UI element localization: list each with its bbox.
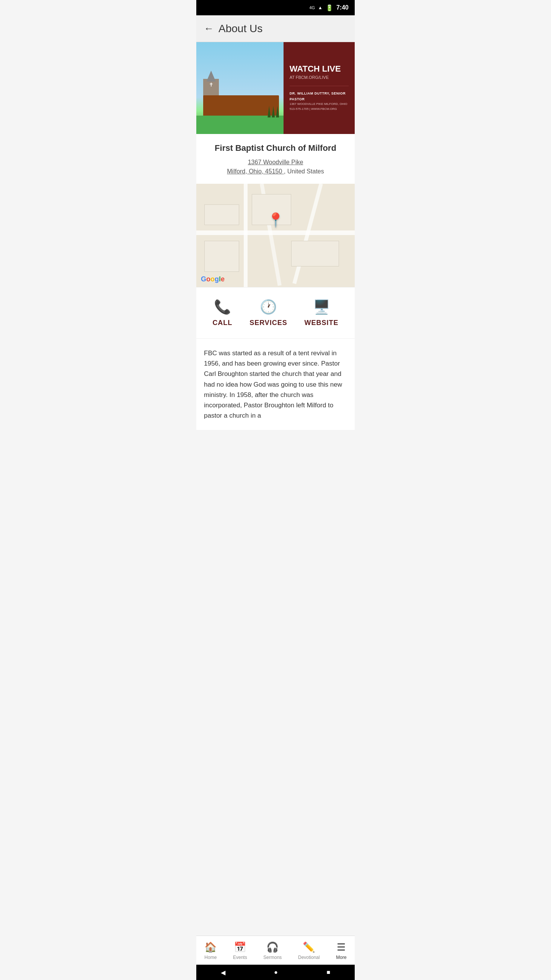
signal-icon: ▲: [318, 5, 323, 10]
address-line2: Milford, Ohio, 45150: [227, 168, 282, 175]
services-label: SERVICES: [249, 319, 287, 327]
church-address: 1367 Woodville Pike Milford, Ohio, 45150…: [204, 158, 347, 176]
map-block-4: [291, 241, 339, 267]
grass: [196, 116, 284, 134]
hero-banner: ✝ WATCH LIVE AT FBCM.ORG/LIVE DR. WILLIA…: [196, 42, 355, 134]
call-button[interactable]: 📞 CALL: [212, 299, 232, 327]
watch-live-title: WATCH LIVE: [290, 64, 349, 74]
church-name: First Baptist Church of Milford: [204, 143, 347, 153]
website-button[interactable]: 🖥️ WEBSITE: [305, 299, 339, 327]
website-label: WEBSITE: [305, 319, 339, 327]
google-g: G: [201, 275, 206, 283]
pastor-name: DR. WILLIAM DUTTRY, SENIOR PASTOR: [290, 91, 349, 102]
tree: [267, 106, 271, 118]
map-block-1: [204, 204, 239, 225]
pastor-address-line1: 1367 WOODVILLE PIKE MILFORD, OHIO: [290, 102, 349, 107]
back-button[interactable]: ← About Us: [204, 23, 262, 35]
cross-icon: ✝: [209, 82, 214, 88]
description-section: FBC was started as a result of a tent re…: [196, 338, 355, 430]
map-road-h: [196, 230, 355, 235]
status-bar: 4G ▲ 🔋 7:40: [196, 0, 355, 15]
clock-icon: 🕐: [260, 299, 277, 315]
address-line1: 1367 Woodville Pike: [248, 159, 303, 165]
description-text: FBC was started as a result of a tent re…: [204, 348, 347, 421]
header: ← About Us: [196, 15, 355, 42]
church-info: First Baptist Church of Milford 1367 Woo…: [196, 134, 355, 184]
divider: [290, 86, 349, 86]
network-label: 4G: [309, 5, 315, 10]
hero-info-panel: WATCH LIVE AT FBCM.ORG/LIVE DR. WILLIAM …: [284, 42, 355, 134]
battery-icon: 🔋: [326, 4, 333, 11]
page-spacer: [196, 430, 355, 483]
tree: [272, 106, 275, 118]
map-pin-icon: 📍: [267, 213, 284, 227]
phone-icon: 📞: [214, 299, 231, 315]
services-button[interactable]: 🕐 SERVICES: [249, 299, 287, 327]
google-logo: Google: [201, 275, 225, 283]
call-label: CALL: [212, 319, 232, 327]
church-photo: ✝: [196, 42, 284, 134]
back-arrow-icon: ←: [204, 23, 214, 34]
watch-live-url: AT FBCM.ORG/LIVE: [290, 75, 349, 80]
tree: [276, 106, 279, 118]
pastor-address-line2: 513-575-1705 | WWW.FBCM.ORG: [290, 107, 349, 112]
trees: [267, 106, 279, 118]
action-buttons: 📞 CALL 🕐 SERVICES 🖥️ WEBSITE: [196, 287, 355, 338]
time-display: 7:40: [336, 4, 349, 11]
map-container[interactable]: 📍 Google: [196, 184, 355, 287]
map-block-2: [204, 241, 239, 272]
map-road-v: [244, 184, 248, 287]
monitor-icon: 🖥️: [313, 299, 330, 315]
address-line3: , United States: [284, 168, 324, 175]
page-title: About Us: [218, 23, 262, 35]
